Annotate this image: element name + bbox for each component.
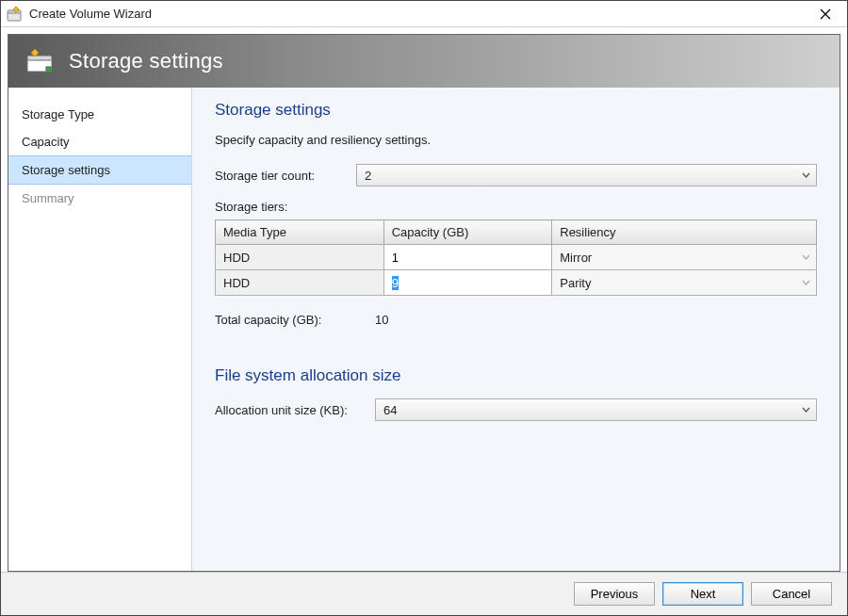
sidebar-item-storage-type[interactable]: Storage Type: [8, 101, 191, 128]
chevron-down-icon: [802, 407, 810, 413]
cell-capacity: [383, 270, 552, 296]
chevron-down-icon: [802, 172, 810, 178]
sidebar-item-capacity[interactable]: Capacity: [8, 128, 191, 155]
file-system-section: File system allocation size Allocation u…: [215, 366, 817, 421]
alloc-size-combo[interactable]: 64: [375, 398, 817, 421]
section-title-fs-alloc: File system allocation size: [215, 366, 817, 385]
close-button[interactable]: [804, 1, 847, 27]
next-button[interactable]: Next: [662, 582, 743, 606]
col-header-capacity[interactable]: Capacity (GB): [383, 220, 552, 245]
total-capacity-label: Total capacity (GB):: [215, 313, 375, 327]
table-row: HDD Parity: [216, 270, 817, 296]
tier-count-label: Storage tier count:: [215, 169, 356, 183]
chevron-down-icon: [802, 280, 810, 285]
sidebar-item-storage-settings[interactable]: Storage settings: [8, 155, 191, 185]
total-capacity-value: 10: [375, 313, 388, 327]
cancel-button[interactable]: Cancel: [751, 582, 832, 606]
col-header-media-type[interactable]: Media Type: [216, 220, 384, 245]
wizard-header: Storage settings: [8, 35, 840, 88]
resiliency-value: Parity: [560, 276, 591, 290]
alloc-size-row: Allocation unit size (KB): 64: [215, 398, 817, 421]
cell-media-type: HDD: [216, 245, 384, 270]
storage-tiers-label: Storage tiers:: [215, 200, 817, 214]
alloc-size-value: 64: [383, 403, 397, 417]
wizard-sidebar: Storage Type Capacity Storage settings S…: [8, 88, 192, 571]
tier-count-value: 2: [365, 169, 371, 183]
header-title: Storage settings: [69, 49, 223, 73]
wizard-inner: Storage settings Storage Type Capacity S…: [8, 34, 840, 572]
wizard-window: Create Volume Wizard Storage settings St…: [0, 0, 848, 616]
wizard-main: Storage settings Specify capacity and re…: [192, 88, 840, 571]
capacity-input[interactable]: [384, 271, 552, 295]
cell-capacity: [383, 245, 552, 270]
cell-media-type: HDD: [216, 270, 384, 296]
capacity-input[interactable]: [384, 246, 552, 269]
resiliency-value: Mirror: [560, 251, 592, 265]
wizard-body: Storage Type Capacity Storage settings S…: [8, 88, 840, 571]
svg-rect-7: [46, 67, 51, 71]
section-title-storage-settings: Storage settings: [215, 101, 817, 120]
wizard-app-icon: [7, 6, 24, 23]
tier-count-row: Storage tier count: 2: [215, 164, 817, 186]
previous-button[interactable]: Previous: [574, 582, 655, 606]
total-capacity-row: Total capacity (GB): 10: [215, 313, 817, 327]
tier-count-combo[interactable]: 2: [356, 164, 817, 186]
storage-tiers-table: Media Type Capacity (GB) Resiliency HDD: [215, 219, 817, 296]
chevron-down-icon: [802, 254, 810, 260]
wizard-footer: Previous Next Cancel: [1, 572, 847, 615]
cell-resiliency-combo[interactable]: Mirror: [552, 245, 817, 270]
section-description: Specify capacity and resiliency settings…: [215, 133, 817, 147]
window-title: Create Volume Wizard: [29, 7, 152, 21]
col-header-resiliency[interactable]: Resiliency: [552, 220, 817, 245]
storage-icon: [25, 48, 56, 74]
titlebar: Create Volume Wizard: [1, 1, 847, 27]
svg-rect-6: [27, 56, 52, 60]
sidebar-item-summary: Summary: [8, 185, 191, 212]
alloc-size-label: Allocation unit size (KB):: [215, 403, 375, 417]
table-row: HDD Mirror: [216, 245, 817, 270]
cell-resiliency-combo[interactable]: Parity: [552, 270, 817, 296]
